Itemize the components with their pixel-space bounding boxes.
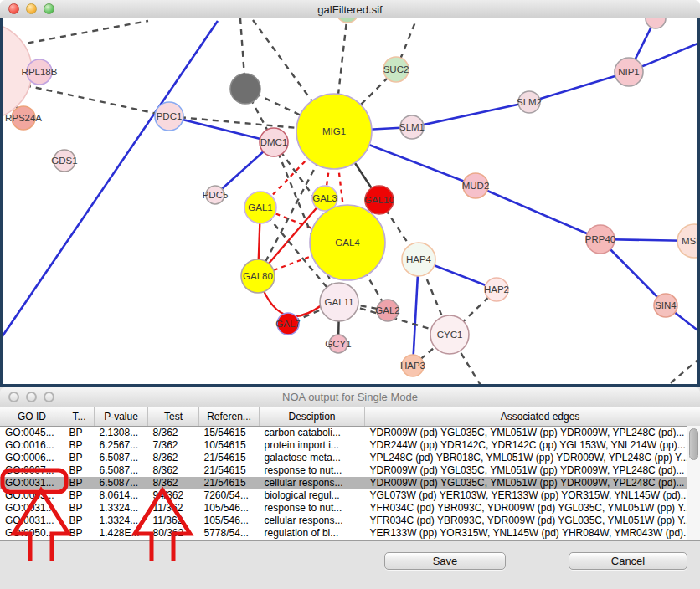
edge-pp <box>476 186 600 239</box>
node-pink-top-clipped[interactable] <box>646 18 666 28</box>
node-gray-unnamed[interactable] <box>230 74 260 104</box>
cell-description[interactable]: regulation of bi... <box>260 527 365 540</box>
table-row[interactable]: GO:0031...BP1.3324...11/362105/546...res… <box>0 502 700 515</box>
scrollbar-thumb[interactable] <box>689 428 698 460</box>
cell-reference[interactable]: 15/54615 <box>199 427 260 440</box>
node-green-top-clipped[interactable] <box>337 18 358 23</box>
column-header-desciption[interactable]: Desciption <box>260 407 365 427</box>
cell-go_id[interactable]: GO:0016... <box>0 439 64 452</box>
cell-p_value[interactable]: 6.5087... <box>95 452 148 464</box>
cell-go_id[interactable]: GO:0006... <box>0 452 64 464</box>
cell-p_value[interactable]: 2.1308... <box>95 427 148 440</box>
cell-edges[interactable]: YPL248C (pd) YBR018C, YML051W (pp) YDR00… <box>365 452 700 464</box>
cell-edges[interactable]: YDR009W (pd) YGL035C, YML051W (pp) YDR00… <box>365 427 700 440</box>
graph-window-titlebar[interactable]: galFiltered.sif <box>0 0 700 19</box>
save-button[interactable]: Save <box>384 552 506 570</box>
cell-reference[interactable]: 10/54615 <box>199 439 260 452</box>
table-row[interactable]: GO:0006...BP6.5087...8/36221/54615galact… <box>0 452 700 464</box>
cell-p_value[interactable]: 6.2567... <box>95 439 148 452</box>
cell-type[interactable]: BP <box>64 452 95 464</box>
cell-description[interactable]: protein import i... <box>260 439 365 452</box>
cell-reference[interactable]: 105/546... <box>199 502 260 515</box>
cell-edges[interactable]: YFR034C (pd) YBR093C, YDR009W (pd) YGL03… <box>365 502 700 515</box>
cell-reference[interactable]: 21/54615 <box>199 452 260 464</box>
cell-type[interactable]: BP <box>64 439 95 452</box>
cell-edges[interactable]: YGL073W (pd) YER103W, YER133W (pp) YOR31… <box>365 489 700 502</box>
cell-type[interactable]: BP <box>64 427 95 440</box>
node-label-CYC1: CYC1 <box>437 330 463 340</box>
cell-edges[interactable]: YDR009W (pd) YGL035C, YML051W (pp) YDR00… <box>365 477 700 489</box>
cell-reference[interactable]: 21/54615 <box>199 464 260 477</box>
table-row[interactable]: GO:0007...BP6.5087...8/36221/54615respon… <box>0 464 700 477</box>
noa-window-title: NOA output for Single Mode <box>282 391 418 403</box>
cell-type[interactable]: BP <box>64 489 95 502</box>
close-button[interactable] <box>8 392 19 402</box>
cell-p_value[interactable]: 1.3324... <box>95 515 148 527</box>
noa-window-titlebar[interactable]: NOA output for Single Mode <box>0 387 700 407</box>
cell-go_id[interactable]: GO:0050... <box>0 527 64 540</box>
cell-p_value[interactable]: 8.0614... <box>95 489 148 502</box>
zoom-button[interactable] <box>44 3 54 14</box>
cell-p_value[interactable]: 6.5087... <box>95 477 148 489</box>
cell-edges[interactable]: YER133W (pp) YOR315W, YNL145W (pd) YHR08… <box>365 527 700 540</box>
cell-test[interactable]: 11/362 <box>148 515 199 527</box>
column-header-test[interactable]: Test <box>148 407 199 427</box>
column-header-p-value[interactable]: P-value <box>95 407 148 427</box>
cell-test[interactable]: 8/362 <box>148 452 199 464</box>
table-row[interactable]: GO:0050...BP1.428E...80/3625778/54...reg… <box>0 527 700 540</box>
close-button[interactable] <box>8 3 19 14</box>
column-header-associated-edges[interactable]: Associated edges <box>365 407 700 427</box>
column-header-t-[interactable]: T... <box>64 407 95 427</box>
cell-go_id[interactable]: GO:0045... <box>0 427 64 440</box>
table-row[interactable]: GO:0031...BP6.5087...8/36221/54615cellul… <box>0 477 700 489</box>
cell-type[interactable]: BP <box>64 515 95 527</box>
cell-type[interactable]: BP <box>64 502 95 515</box>
cell-test[interactable]: 11/362 <box>148 502 199 515</box>
network-canvas[interactable]: RPL18BRPS24AGDS1PDC1DMC1MIG1PDC5GAL1GAL3… <box>0 18 700 387</box>
vertical-scrollbar[interactable] <box>687 426 700 540</box>
cell-go_id[interactable]: GO:0031... <box>0 515 64 527</box>
cell-edges[interactable]: YFR034C (pd) YBR093C, YDR009W (pd) YGL03… <box>365 515 700 527</box>
cell-type[interactable]: BP <box>64 464 95 477</box>
cell-test[interactable]: 8/362 <box>148 427 199 440</box>
cell-reference[interactable]: 105/546... <box>199 515 260 527</box>
cell-reference[interactable]: 5778/54... <box>199 527 260 540</box>
minimize-button[interactable] <box>26 3 37 14</box>
zoom-button[interactable] <box>44 392 54 402</box>
cell-p_value[interactable]: 1.3324... <box>95 502 148 515</box>
cell-description[interactable]: cellular respons... <box>260 515 365 527</box>
column-header-go-id[interactable]: GO ID <box>0 407 64 427</box>
table-row[interactable]: GO:0031...BP1.3324...11/362105/546...cel… <box>0 515 700 527</box>
column-header-referen-[interactable]: Referen... <box>199 407 260 427</box>
cell-description[interactable]: response to nut... <box>260 502 365 515</box>
cell-description[interactable]: carbon cataboli... <box>260 427 365 440</box>
cell-go_id[interactable]: GO:0031... <box>0 502 64 515</box>
node-label-MIG1: MIG1 <box>322 126 346 136</box>
cell-test[interactable]: 8/362 <box>148 477 199 489</box>
cell-test[interactable]: 80/362 <box>148 527 199 540</box>
cell-edges[interactable]: YDR244W (pp) YDR142C, YDR142C (pp) YGL15… <box>365 439 700 452</box>
cell-edges[interactable]: YDR009W (pd) YGL035C, YML051W (pp) YDR00… <box>365 464 700 477</box>
table-row[interactable]: GO:0016...BP6.2567...7/36210/54615protei… <box>0 439 700 452</box>
table-row[interactable]: GO:0065...BP8.0614...94/3627260/54...bio… <box>0 489 700 502</box>
cell-go_id[interactable]: GO:0031... <box>0 477 64 489</box>
cancel-button[interactable]: Cancel <box>569 552 687 570</box>
cell-type[interactable]: BP <box>64 527 95 540</box>
table-row[interactable]: GO:0045...BP2.1308...8/36215/54615carbon… <box>0 427 700 440</box>
cell-description[interactable]: response to nut... <box>260 464 365 477</box>
cell-description[interactable]: galactose meta... <box>260 452 365 464</box>
cell-go_id[interactable]: GO:0007... <box>0 464 64 477</box>
cell-go_id[interactable]: GO:0065... <box>0 489 64 502</box>
cell-description[interactable]: cellular respons... <box>260 477 365 489</box>
cell-reference[interactable]: 7260/54... <box>199 489 260 502</box>
cell-description[interactable]: biological regul... <box>260 489 365 502</box>
cell-reference[interactable]: 21/54615 <box>199 477 260 489</box>
node-label-HAP4: HAP4 <box>406 254 432 264</box>
cell-test[interactable]: 7/362 <box>148 439 199 452</box>
cell-test[interactable]: 8/362 <box>148 464 199 477</box>
cell-p_value[interactable]: 6.5087... <box>95 464 148 477</box>
cell-test[interactable]: 94/362 <box>148 489 199 502</box>
minimize-button[interactable] <box>26 392 37 402</box>
cell-type[interactable]: BP <box>64 477 95 489</box>
cell-p_value[interactable]: 1.428E... <box>95 527 148 540</box>
